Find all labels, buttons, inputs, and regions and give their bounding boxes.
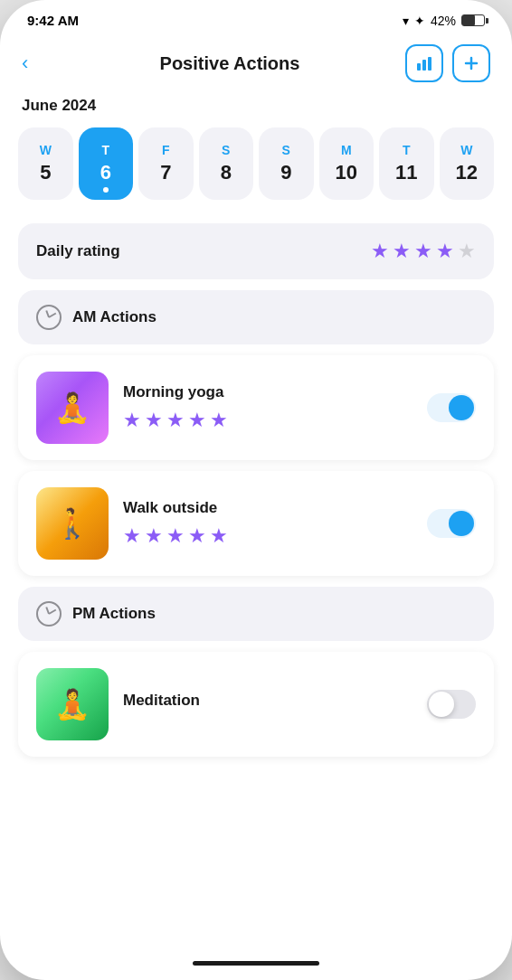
morning-yoga-toggle-knob bbox=[449, 395, 474, 420]
star-filled[interactable]: ★ bbox=[188, 409, 206, 432]
daily-rating-stars[interactable]: ★★★★★ bbox=[371, 240, 476, 263]
battery-icon bbox=[461, 14, 485, 26]
pm-section-title: PM Actions bbox=[72, 605, 156, 623]
star-filled[interactable]: ★ bbox=[393, 240, 411, 263]
status-bar: 9:42 AM ▾ ✦ 42% bbox=[0, 0, 512, 33]
walk-outside-info: Walk outside ★★★★★ bbox=[123, 499, 412, 548]
daily-rating-card: Daily rating ★★★★★ bbox=[18, 223, 494, 279]
star-empty[interactable]: ★ bbox=[458, 240, 476, 263]
star-filled[interactable]: ★ bbox=[188, 524, 206, 548]
calendar-day-6[interactable]: T 6 bbox=[79, 127, 134, 200]
morning-yoga-stars[interactable]: ★★★★★ bbox=[123, 409, 412, 432]
day-number: 5 bbox=[40, 161, 51, 184]
day-letter: W bbox=[40, 143, 52, 157]
pm-section-header: PM Actions bbox=[18, 587, 494, 641]
chart-icon bbox=[415, 54, 433, 72]
star-filled[interactable]: ★ bbox=[414, 240, 432, 263]
meditation-image: 🧘 bbox=[36, 668, 109, 740]
am-section-header: AM Actions bbox=[18, 290, 494, 344]
star-filled[interactable]: ★ bbox=[145, 524, 163, 548]
status-time: 9:42 AM bbox=[27, 13, 79, 28]
add-icon bbox=[463, 55, 479, 71]
calendar-day-5[interactable]: W 5 bbox=[18, 127, 73, 200]
main-content: Daily rating ★★★★★ AM Actions 🧘 Morning … bbox=[0, 209, 512, 953]
battery-percent: 42% bbox=[431, 14, 456, 28]
day-number: 11 bbox=[395, 161, 417, 184]
header-actions bbox=[405, 44, 490, 82]
day-letter: F bbox=[162, 143, 170, 157]
yoga-image: 🧘 bbox=[36, 372, 109, 444]
calendar-day-11[interactable]: T 11 bbox=[379, 127, 434, 200]
day-number: 9 bbox=[280, 161, 291, 184]
day-letter: T bbox=[101, 143, 109, 157]
meditation-thumb: 🧘 bbox=[36, 668, 109, 740]
walk-image: 🚶 bbox=[36, 487, 109, 560]
walk-outside-stars[interactable]: ★★★★★ bbox=[123, 524, 412, 548]
add-button[interactable] bbox=[452, 44, 490, 82]
status-right: ▾ ✦ 42% bbox=[403, 14, 485, 28]
calendar-day-9[interactable]: S 9 bbox=[259, 127, 314, 200]
meditation-info: Meditation bbox=[123, 692, 412, 717]
walk-outside-toggle[interactable] bbox=[427, 509, 476, 538]
day-letter: S bbox=[222, 143, 230, 157]
morning-yoga-name: Morning yoga bbox=[123, 383, 412, 401]
star-filled[interactable]: ★ bbox=[166, 524, 185, 548]
star-filled[interactable]: ★ bbox=[371, 240, 389, 263]
star-filled[interactable]: ★ bbox=[436, 240, 454, 263]
star-filled[interactable]: ★ bbox=[123, 524, 141, 548]
day-number: 7 bbox=[160, 161, 171, 184]
star-filled[interactable]: ★ bbox=[210, 524, 228, 548]
page-title: Positive Actions bbox=[160, 53, 300, 74]
star-filled[interactable]: ★ bbox=[210, 409, 228, 432]
bluetooth-icon: ✦ bbox=[414, 14, 425, 28]
star-filled[interactable]: ★ bbox=[123, 409, 141, 432]
morning-yoga-card: 🧘 Morning yoga ★★★★★ bbox=[18, 355, 494, 460]
morning-yoga-toggle[interactable] bbox=[427, 393, 476, 422]
day-letter: W bbox=[460, 143, 472, 157]
day-number: 10 bbox=[336, 161, 357, 184]
walk-outside-card: 🚶 Walk outside ★★★★★ bbox=[18, 471, 494, 576]
am-section-title: AM Actions bbox=[72, 308, 156, 326]
am-clock-icon bbox=[36, 305, 62, 330]
meditation-toggle[interactable] bbox=[427, 690, 476, 719]
day-dot bbox=[103, 187, 109, 193]
svg-rect-2 bbox=[428, 57, 431, 71]
morning-yoga-info: Morning yoga ★★★★★ bbox=[123, 383, 412, 432]
walk-outside-toggle-knob bbox=[449, 511, 474, 536]
walk-outside-thumb: 🚶 bbox=[36, 487, 109, 560]
header: ‹ Positive Actions bbox=[0, 33, 512, 97]
home-bar bbox=[193, 961, 319, 966]
calendar-day-8[interactable]: S 8 bbox=[199, 127, 254, 200]
back-button[interactable]: ‹ bbox=[22, 52, 54, 75]
morning-yoga-thumb: 🧘 bbox=[36, 372, 109, 444]
day-number: 6 bbox=[100, 161, 111, 184]
phone-frame: 9:42 AM ▾ ✦ 42% ‹ Positive Actions bbox=[0, 0, 512, 980]
home-indicator bbox=[0, 953, 512, 980]
day-letter: M bbox=[341, 143, 352, 157]
calendar-day-10[interactable]: M 10 bbox=[319, 127, 375, 200]
day-letter: T bbox=[403, 143, 411, 157]
meditation-card: 🧘 Meditation bbox=[18, 652, 494, 757]
month-label: June 2024 bbox=[18, 97, 494, 115]
meditation-toggle-knob bbox=[429, 692, 454, 717]
daily-rating-label: Daily rating bbox=[36, 242, 120, 260]
day-number: 12 bbox=[456, 161, 478, 184]
walk-outside-name: Walk outside bbox=[123, 499, 412, 517]
day-number: 8 bbox=[221, 161, 232, 184]
star-filled[interactable]: ★ bbox=[145, 409, 163, 432]
calendar-days: W 5 T 6 F 7 S 8 S 9 M 10 T 11 W bbox=[18, 127, 494, 200]
calendar-day-12[interactable]: W 12 bbox=[440, 127, 495, 200]
svg-rect-0 bbox=[417, 63, 421, 71]
calendar-day-7[interactable]: F 7 bbox=[138, 127, 194, 200]
chart-button[interactable] bbox=[405, 44, 443, 82]
calendar-section: June 2024 W 5 T 6 F 7 S 8 S 9 M 10 T bbox=[0, 97, 512, 209]
wifi-icon: ▾ bbox=[403, 14, 409, 28]
star-filled[interactable]: ★ bbox=[166, 409, 185, 432]
svg-rect-1 bbox=[422, 60, 426, 71]
meditation-name: Meditation bbox=[123, 692, 412, 710]
pm-clock-icon bbox=[36, 601, 62, 627]
day-letter: S bbox=[282, 143, 290, 157]
